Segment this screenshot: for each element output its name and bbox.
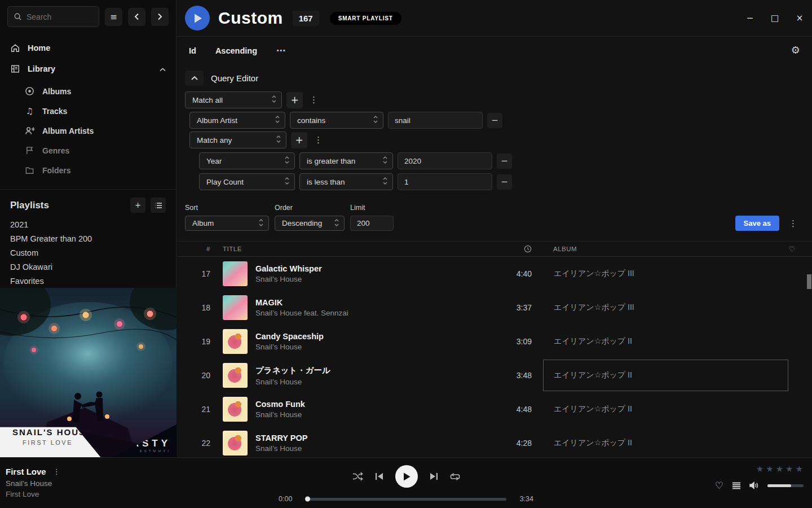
favorite-button[interactable]: ♡ [715, 480, 723, 491]
remove-rule-button[interactable]: − [487, 113, 502, 128]
sidebar-item-folders[interactable]: Folders [0, 160, 176, 180]
group-match-select[interactable]: Match any [189, 132, 286, 148]
column-header-index[interactable]: # [177, 246, 210, 252]
sort-select[interactable]: Album [185, 216, 269, 231]
queue-button[interactable] [732, 482, 741, 489]
playlist-item[interactable]: Favorites [0, 274, 176, 288]
track-album-cell[interactable]: エイリアン☆ポップ III [543, 258, 788, 290]
repeat-button[interactable] [450, 472, 460, 481]
track-title[interactable]: Galactic Whisper [255, 264, 491, 273]
now-playing-artwork[interactable]: SNAIL'S HOUSE FIRST LOVE TASTY ESTMMXI [0, 288, 176, 457]
track-title[interactable]: Cosmo Funk [255, 400, 491, 409]
track-artist[interactable]: Snail’s House [255, 410, 491, 419]
playlist-item[interactable]: 2021 [0, 217, 176, 231]
shuffle-button[interactable] [352, 472, 363, 481]
save-as-button[interactable]: Save as [735, 216, 779, 231]
table-row[interactable]: 19 Candy Spaceship Snail’s House 3:09 エイ… [177, 325, 812, 358]
column-header-album[interactable]: ALBUM [532, 246, 777, 252]
scrollbar-thumb[interactable] [807, 274, 811, 289]
table-row[interactable]: 18 MAGIK Snail’s House feat. Sennzai 3:3… [177, 291, 812, 325]
remove-rule-button[interactable]: − [497, 174, 512, 190]
more-options-button[interactable]: ⋯ [276, 45, 286, 56]
seek-thumb[interactable] [305, 497, 310, 502]
track-title[interactable]: STARRY POP [255, 433, 491, 443]
now-playing-album[interactable]: First Love [6, 490, 273, 498]
track-album-cell[interactable]: エイリアン☆ポップ II [543, 360, 788, 391]
order-select[interactable]: Descending [275, 216, 345, 231]
volume-mute-button[interactable] [749, 481, 759, 489]
sidebar-item-genres[interactable]: Genres [0, 141, 176, 160]
search-input[interactable] [27, 12, 93, 21]
rating-star-button[interactable]: ★ [775, 464, 784, 474]
track-title[interactable]: MAGIK [255, 298, 491, 307]
save-menu-button[interactable]: ⋮ [787, 218, 800, 229]
track-artist[interactable]: Snail’s House [255, 343, 491, 351]
rule-field-select[interactable]: Year [199, 152, 295, 169]
collapse-query-editor-button[interactable] [185, 71, 204, 86]
table-row[interactable]: 21 Cosmo Funk Snail’s House 4:48 エイリアン☆ポ… [177, 392, 812, 426]
search-box[interactable] [7, 6, 99, 27]
playlist-item[interactable]: BPM Greater than 200 [0, 231, 176, 246]
rule-operator-select[interactable]: is greater than [299, 152, 393, 169]
sidebar-item-album-artists[interactable]: Album Artists [0, 121, 176, 141]
track-album-cell[interactable]: エイリアン☆ポップ II [543, 393, 788, 425]
rule-operator-select[interactable]: is less than [299, 173, 393, 190]
sidebar-item-albums[interactable]: Albums [0, 81, 176, 101]
now-playing-menu-button[interactable]: ⋮ [53, 467, 60, 476]
track-artist[interactable]: Snail’s House [255, 275, 491, 283]
remove-rule-button[interactable]: − [497, 154, 512, 169]
sidebar-item-library[interactable]: Library [0, 58, 176, 79]
rule-value-input[interactable] [388, 112, 483, 129]
close-button[interactable]: × [787, 0, 812, 36]
rule-value-input[interactable] [398, 173, 492, 190]
table-row[interactable]: 20 プラネット・ガール Snail’s House 3:48 エイリアン☆ポッ… [177, 358, 812, 392]
previous-button[interactable] [375, 472, 383, 480]
minimize-button[interactable]: − [738, 0, 762, 36]
sidebar-item-tracks[interactable]: ♫ Tracks [0, 101, 176, 121]
rating-star-button[interactable]: ★ [795, 464, 804, 474]
sort-order-button[interactable]: Ascending [215, 46, 257, 55]
add-playlist-button[interactable]: + [130, 198, 145, 213]
settings-gear-icon[interactable]: ⚙ [791, 44, 800, 56]
rule-field-select[interactable]: Play Count [199, 173, 295, 190]
play-pause-button[interactable] [395, 465, 418, 488]
sort-field-button[interactable]: Id [189, 46, 196, 55]
playlist-list-button[interactable] [151, 198, 166, 213]
seek-slider[interactable] [306, 498, 506, 501]
rating-star-button[interactable]: ★ [785, 464, 793, 474]
track-title[interactable]: Candy Spaceship [255, 332, 491, 341]
limit-input[interactable] [350, 216, 394, 231]
playlist-item[interactable]: DJ Okawari [0, 260, 176, 274]
collapse-caret-icon[interactable] [160, 64, 166, 73]
track-artist[interactable]: Snail’s House [255, 444, 491, 453]
track-artist[interactable]: Snail’s House [255, 378, 491, 386]
add-rule-button[interactable]: + [291, 132, 307, 148]
menu-button[interactable]: ≡ [105, 8, 122, 26]
rule-group-menu-button[interactable]: ⋮ [312, 135, 325, 145]
table-row[interactable]: 17 Galactic Whisper Snail’s House 4:40 エ… [177, 257, 812, 291]
play-playlist-button[interactable] [185, 6, 210, 30]
playlist-item[interactable]: Custom [0, 246, 176, 260]
sidebar-item-home[interactable]: Home [0, 37, 176, 58]
track-album-cell[interactable]: エイリアン☆ポップ II [543, 427, 788, 457]
nav-forward-button[interactable] [151, 8, 169, 26]
root-match-select[interactable]: Match all [185, 91, 282, 108]
next-button[interactable] [430, 472, 438, 480]
add-rule-button[interactable]: + [286, 92, 303, 108]
volume-slider[interactable] [767, 484, 804, 487]
rating-star-button[interactable]: ★ [765, 464, 774, 474]
rule-operator-select[interactable]: contains [290, 112, 383, 129]
now-playing-artist[interactable]: Snail’s House [6, 479, 273, 488]
nav-back-button[interactable] [128, 8, 145, 26]
rule-field-select[interactable]: Album Artist [189, 112, 285, 129]
column-header-favorite[interactable]: ♡ [777, 245, 812, 253]
track-album-cell[interactable]: エイリアン☆ポップ III [543, 292, 788, 323]
track-album-cell[interactable]: エイリアン☆ポップ II [543, 326, 788, 357]
column-header-duration[interactable] [491, 245, 532, 253]
now-playing-title[interactable]: First Love [6, 467, 46, 476]
rule-value-input[interactable] [398, 152, 492, 169]
rule-group-menu-button[interactable]: ⋮ [307, 95, 320, 105]
table-row[interactable]: 22 STARRY POP Snail’s House 4:28 エイリアン☆ポ… [177, 426, 812, 457]
rating-star-button[interactable]: ★ [756, 464, 764, 474]
track-title[interactable]: プラネット・ガール [255, 365, 491, 376]
